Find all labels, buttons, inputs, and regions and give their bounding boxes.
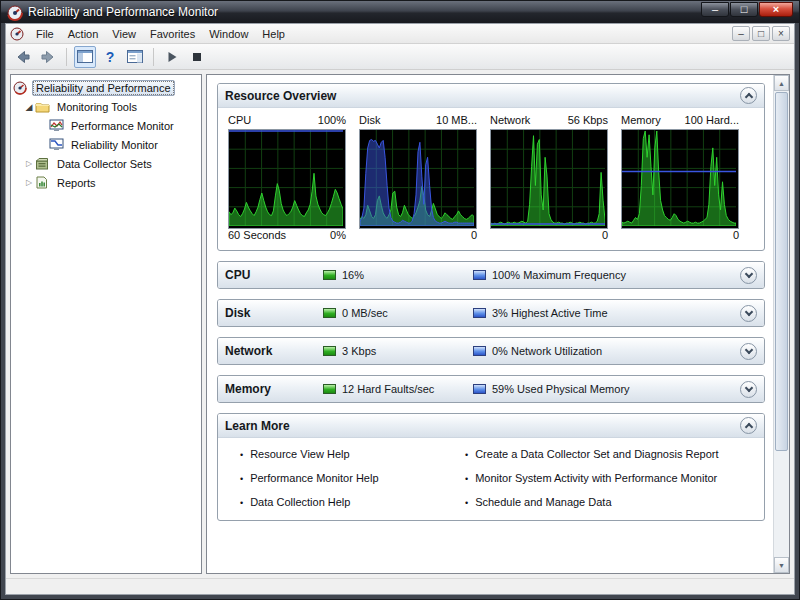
main-panel: Resource Overview CPU 100% — [206, 74, 790, 574]
network-graph — [490, 129, 608, 229]
section-title: Memory — [225, 382, 323, 396]
tree-item-label[interactable]: Monitoring Tools — [54, 100, 140, 114]
learn-more-link[interactable]: •Performance Monitor Help — [240, 472, 465, 484]
disk-graph — [359, 129, 477, 229]
tree-item-reliability-monitor[interactable]: Reliability Monitor — [13, 135, 199, 154]
network-utilization-value: 0% Network Utilization — [492, 345, 602, 357]
blue-legend-swatch — [473, 270, 486, 280]
section-title: Network — [225, 344, 323, 358]
mdi-close-button[interactable]: × — [772, 26, 790, 41]
vertical-scrollbar[interactable]: ▲ ▼ — [773, 75, 789, 573]
green-legend-swatch — [323, 346, 336, 356]
graph-name: Network — [490, 114, 530, 129]
play-button[interactable] — [161, 46, 183, 68]
cpu-graph — [228, 129, 346, 229]
mdi-minimize-button[interactable]: – — [732, 26, 750, 41]
mdi-restore-button[interactable]: □ — [752, 26, 770, 41]
graph-max-label: 100 Hard... — [685, 114, 739, 129]
scroll-down-button[interactable]: ▼ — [774, 557, 789, 573]
learn-more-link[interactable]: •Monitor System Activity with Performanc… — [465, 472, 719, 484]
network-graph-column: Network 56 Kbps 0 — [490, 114, 608, 244]
network-section: Network 3 Kbps 0% Network Utilization — [217, 337, 765, 365]
tree-expander-collapsed-icon[interactable]: ▷ — [23, 159, 35, 168]
console-tree-icon — [77, 50, 93, 63]
graph-max-label: 10 MB... — [436, 114, 477, 129]
graph-name: CPU — [228, 114, 251, 129]
tree-item-label[interactable]: Reliability Monitor — [68, 138, 161, 152]
toolbar-separator-2 — [153, 48, 154, 66]
chevron-down-icon — [744, 307, 752, 315]
show-action-pane-button[interactable] — [124, 46, 146, 68]
cpu-max-frequency-value: 100% Maximum Frequency — [492, 269, 626, 281]
forward-button[interactable] — [37, 46, 59, 68]
back-button[interactable] — [12, 46, 34, 68]
collapse-button[interactable] — [740, 417, 757, 434]
disk-io-value: 0 MB/sec — [342, 307, 388, 319]
scroll-up-button[interactable]: ▲ — [774, 75, 789, 91]
learn-more-header[interactable]: Learn More — [218, 414, 764, 438]
memory-graph-column: Memory 100 Hard... 0 — [621, 114, 739, 244]
data-collector-sets-icon — [35, 157, 51, 171]
cpu-graph-column: CPU 100% 60 Seconds 0% — [228, 114, 346, 244]
tree-panel: Reliability and Performance ◢ Monitoring… — [10, 74, 202, 574]
tree-expander-collapsed-icon[interactable]: ▷ — [23, 178, 35, 187]
learn-more-link[interactable]: •Resource View Help — [240, 448, 465, 460]
disk-graph-column: Disk 10 MB... 0 — [359, 114, 477, 244]
tree-expander-expanded-icon[interactable]: ◢ — [23, 102, 35, 112]
stop-button[interactable] — [186, 46, 208, 68]
tree-item-label[interactable]: Data Collector Sets — [54, 157, 155, 171]
statusbar — [6, 578, 794, 594]
graph-min-label: 0 — [733, 229, 739, 244]
section-title: Resource Overview — [225, 89, 740, 103]
resource-overview-section: Resource Overview CPU 100% — [217, 83, 765, 251]
chevron-down-icon — [744, 383, 752, 391]
cpu-section-bar[interactable]: CPU 16% 100% Maximum Frequency — [218, 262, 764, 288]
titlebar: Reliability and Performance Monitor – □ … — [1, 1, 799, 23]
menu-item-view[interactable]: View — [105, 26, 143, 42]
help-button[interactable]: ? — [99, 46, 121, 68]
expand-button[interactable] — [740, 343, 757, 360]
memory-hard-faults-value: 12 Hard Faults/sec — [342, 383, 434, 395]
bullet-icon: • — [240, 474, 243, 484]
bullet-icon: • — [240, 450, 243, 460]
blue-legend-swatch — [473, 308, 486, 318]
tree-item-data-collector-sets[interactable]: ▷ Data Collector Sets — [13, 154, 199, 173]
chevron-up-icon — [744, 93, 752, 101]
reliability-monitor-icon — [49, 138, 65, 152]
resource-overview-header[interactable]: Resource Overview — [218, 84, 764, 108]
tree-item-reliability-and-performance[interactable]: Reliability and Performance — [13, 78, 199, 97]
graph-name: Disk — [359, 114, 380, 129]
graph-min-label: 0 — [471, 229, 477, 244]
collapse-button[interactable] — [740, 87, 757, 104]
disk-section-bar[interactable]: Disk 0 MB/sec 3% Highest Active Time — [218, 300, 764, 326]
learn-more-link[interactable]: •Schedule and Manage Data — [465, 496, 719, 508]
network-section-bar[interactable]: Network 3 Kbps 0% Network Utilization — [218, 338, 764, 364]
tree-item-label[interactable]: Performance Monitor — [68, 119, 177, 133]
learn-more-link[interactable]: •Data Collection Help — [240, 496, 465, 508]
learn-more-body: •Resource View Help •Performance Monitor… — [218, 438, 764, 520]
scroll-down-icon: ▼ — [778, 562, 785, 569]
expand-button[interactable] — [740, 305, 757, 322]
expand-button[interactable] — [740, 267, 757, 284]
console-icon — [10, 27, 26, 41]
menu-item-window[interactable]: Window — [202, 26, 255, 42]
menu-item-action[interactable]: Action — [61, 26, 106, 42]
learn-more-link[interactable]: •Create a Data Collector Set and Diagnos… — [465, 448, 719, 460]
menu-item-help[interactable]: Help — [255, 26, 292, 42]
minimize-button[interactable]: – — [701, 2, 729, 17]
tree-item-monitoring-tools[interactable]: ◢ Monitoring Tools — [13, 97, 199, 116]
expand-button[interactable] — [740, 381, 757, 398]
menu-item-file[interactable]: File — [29, 26, 61, 42]
scroll-thumb[interactable] — [775, 92, 788, 451]
network-traffic-value: 3 Kbps — [342, 345, 376, 357]
tree-item-label[interactable]: Reliability and Performance — [32, 80, 175, 96]
memory-section-bar[interactable]: Memory 12 Hard Faults/sec 59% Used Physi… — [218, 376, 764, 402]
close-button[interactable]: × — [759, 2, 793, 17]
console-tree-toggle-button[interactable] — [74, 46, 96, 68]
tree-item-reports[interactable]: ▷ Reports — [13, 173, 199, 192]
close-icon: × — [773, 4, 779, 15]
menu-item-favorites[interactable]: Favorites — [143, 26, 202, 42]
tree-item-performance-monitor[interactable]: Performance Monitor — [13, 116, 199, 135]
tree-item-label[interactable]: Reports — [54, 176, 99, 190]
maximize-button[interactable]: □ — [730, 2, 758, 17]
